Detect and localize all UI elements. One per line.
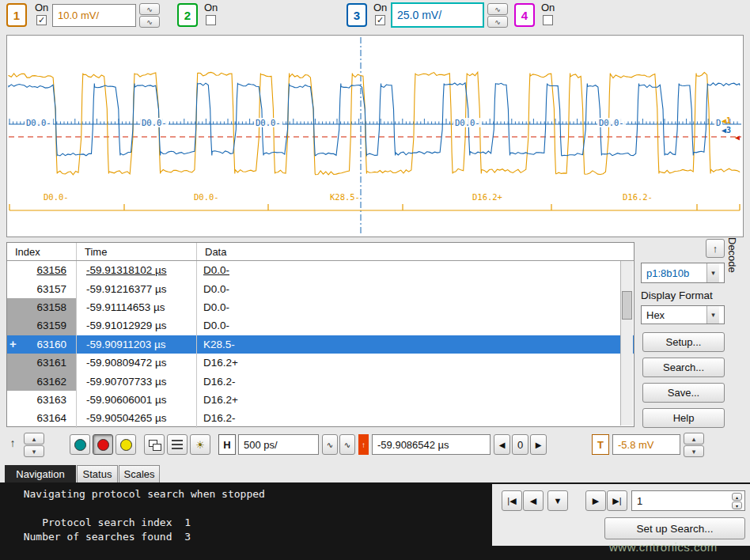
set-up-search-button[interactable]: Set up Search...	[604, 517, 745, 539]
channel-1-scale-field[interactable]: 10.0 mV/	[52, 4, 136, 27]
memory-yellow-button[interactable]	[116, 434, 136, 455]
teal-circle-icon	[74, 439, 86, 451]
search-index-spinner: ▴ ▾	[732, 493, 742, 509]
table-row[interactable]: 63156-59.91318102 µsD0.0-	[7, 261, 634, 279]
table-row[interactable]: 63164-59.90504265 µsD16.2-	[7, 409, 634, 427]
cell-time: -59.90707733 µs	[77, 372, 197, 390]
memory-teal-button[interactable]	[70, 434, 90, 455]
tab-navigation[interactable]: Navigation	[5, 465, 76, 482]
svg-text:D0.0-: D0.0-	[142, 118, 167, 127]
cell-data: D0.0-	[197, 316, 634, 335]
decode-panel-tab[interactable]: Decode	[726, 237, 738, 293]
table-row[interactable]: 63157-59.91216377 µsD0.0-	[7, 279, 634, 297]
search-button[interactable]: Search...	[642, 358, 725, 377]
table-row[interactable]: 63158-59.91114653 µsD0.0-	[7, 298, 634, 316]
trigger-level-field[interactable]: -5.8 mV	[612, 434, 680, 455]
display-layout-button[interactable]	[144, 434, 165, 455]
protocol-select-value: p1:8b10b	[646, 267, 689, 279]
hscale-decrease-button[interactable]: ∿	[322, 434, 338, 455]
memory-red-button[interactable]	[93, 434, 113, 455]
svg-text:D0.0-: D0.0-	[599, 118, 624, 127]
index-down-button[interactable]: ▾	[732, 501, 742, 509]
display-format-value: Hex	[646, 309, 665, 321]
cell-index: 63164	[7, 409, 77, 427]
left-arrow-icon: ◀	[530, 496, 536, 506]
overlay-mode-button[interactable]	[167, 434, 188, 455]
pan-left-button[interactable]: ◀	[494, 434, 510, 455]
up-arrow-icon: ↑	[713, 243, 718, 255]
chevron-down-icon: ▾	[706, 306, 719, 324]
check-icon: ✓	[377, 15, 384, 25]
horizontal-position-field[interactable]: -59.9086542 µs	[372, 434, 491, 455]
channel-1-on-checkbox[interactable]: ✓	[36, 15, 47, 25]
cell-time: -59.91012929 µs	[77, 316, 197, 335]
channel-1-scale-up-button[interactable]: ∿	[139, 3, 160, 15]
index-up-button[interactable]: ▴	[732, 493, 742, 501]
previous-result-button[interactable]: ◀	[523, 490, 544, 511]
marker-up-icon[interactable]: ↑	[5, 435, 21, 451]
cell-data: D0.0-	[197, 279, 634, 297]
next-result-button[interactable]: ▶	[585, 490, 606, 511]
table-row[interactable]: 63161-59.90809472 µsD16.2+	[7, 354, 634, 372]
down-triangle-icon: ▼	[554, 496, 562, 505]
last-result-button[interactable]: ▶|	[607, 490, 627, 511]
scrollbar-thumb[interactable]	[622, 291, 632, 320]
search-options-dropdown-button[interactable]: ▼	[547, 490, 568, 511]
display-format-select[interactable]: Hex ▾	[641, 305, 725, 324]
channel-1-scale-down-button[interactable]: ∿	[139, 16, 160, 28]
horizontal-menu-button[interactable]: H	[218, 434, 236, 455]
hscale-increase-button[interactable]: ∿	[339, 434, 355, 455]
channel-3-scale-down-button[interactable]: ∿	[487, 16, 508, 28]
setup-button[interactable]: Setup...	[642, 332, 725, 352]
channel-3-button[interactable]: 3	[347, 3, 367, 27]
horizontal-scale-field[interactable]: 500 ps/	[238, 434, 319, 455]
protocol-select[interactable]: p1:8b10b ▾	[641, 263, 725, 283]
intensity-button[interactable]: ☀	[190, 434, 210, 455]
channel-1-button[interactable]: 1	[6, 3, 27, 27]
channel-2-button[interactable]: 2	[177, 3, 198, 27]
cell-time: -59.91216377 µs	[77, 279, 197, 297]
up-arrow-icon: ↑	[10, 437, 16, 449]
spin-down-button[interactable]: ▾	[24, 445, 44, 457]
decode-panel-collapse-button[interactable]: ↑	[706, 239, 725, 258]
first-result-button[interactable]: |◀	[502, 490, 522, 511]
pan-right-button[interactable]: ▶	[530, 434, 547, 455]
tab-status[interactable]: Status	[77, 465, 118, 482]
listing-scrollbar[interactable]	[620, 261, 633, 426]
search-index-field[interactable]: 1 ▴ ▾	[631, 490, 745, 511]
channel-4-on-checkbox[interactable]	[543, 15, 553, 25]
trigger-level-down-button[interactable]: ▾	[684, 445, 704, 457]
spin-up-button[interactable]: ▴	[24, 433, 44, 445]
channel-3-scale-up-button[interactable]: ∿	[487, 3, 508, 15]
tab-scales[interactable]: Scales	[119, 465, 160, 482]
table-row[interactable]: 63159-59.91012929 µsD0.0-	[7, 316, 634, 335]
channel-2-on-checkbox[interactable]	[206, 15, 216, 25]
cell-time: -59.90606001 µs	[77, 391, 197, 409]
up-arrow-icon: ↑	[362, 441, 366, 449]
channel-1-on-label: On	[35, 2, 48, 13]
table-row[interactable]: 63160-59.90911203 µsK28.5-+	[7, 335, 634, 354]
trigger-level-up-button[interactable]: ▴	[684, 433, 704, 445]
trigger-position-icon[interactable]: ↑	[358, 434, 369, 455]
help-button[interactable]: Help	[642, 408, 725, 428]
save-button[interactable]: Save...	[642, 383, 725, 403]
channel-3-scale-value: 25.0 mV/	[397, 9, 441, 21]
svg-text:◀: ◀	[735, 133, 740, 142]
channel-4-button[interactable]: 4	[514, 3, 535, 27]
vertical-spinner: ▴ ▾	[24, 433, 44, 457]
table-row[interactable]: 63163-59.90606001 µsD16.2+	[7, 391, 634, 409]
protocol-listing-table: Index Time Data 63156-59.91318102 µsD0.0…	[6, 242, 634, 427]
cell-data: D16.2+	[197, 391, 634, 409]
channel-3-scale-field[interactable]: 25.0 mV/	[391, 2, 484, 28]
sun-icon: ☀	[195, 439, 205, 451]
table-row[interactable]: 63162-59.90707733 µsD16.2-	[7, 372, 634, 390]
cell-data: D16.2-	[197, 372, 634, 390]
channel-3-on-checkbox[interactable]: ✓	[375, 15, 385, 25]
trigger-menu-button[interactable]: T	[592, 434, 609, 455]
red-circle-icon	[97, 439, 109, 451]
layers-icon	[172, 440, 183, 449]
search-navigation-panel: |◀ ◀ ▼ ▶ ▶| 1 ▴ ▾ Set up Search...	[492, 484, 750, 546]
channel-1-scale-value: 10.0 mV/	[58, 9, 99, 21]
zero-position-button[interactable]: 0	[512, 434, 528, 455]
cell-index: 63162	[7, 372, 77, 390]
